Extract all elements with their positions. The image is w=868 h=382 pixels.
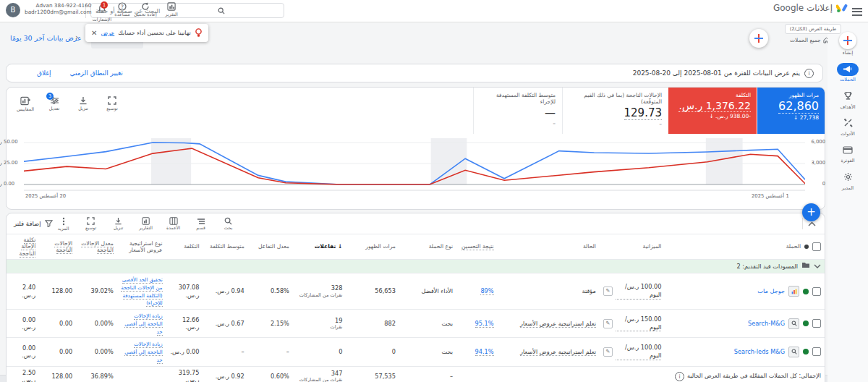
table-search-button[interactable]: بحث — [218, 217, 239, 230]
bid-strategy-cell — [117, 366, 166, 382]
conv-rate-cell: 0.00% — [76, 310, 117, 338]
edit-budget-icon[interactable]: ✎ — [603, 319, 613, 328]
nav-create-button[interactable]: إنشاء — [827, 32, 868, 56]
add-fab[interactable]: + — [802, 203, 820, 221]
opt-score-cell: 89% — [456, 273, 498, 310]
campaign-link[interactable]: Search-leds M&G — [734, 348, 785, 356]
table-download-button[interactable]: تنزيل — [108, 217, 129, 230]
row-checkbox[interactable] — [812, 319, 821, 328]
create-campaign-fab[interactable] — [749, 29, 768, 48]
header-checkbox[interactable] — [812, 242, 821, 251]
change-date-range-link[interactable]: تغيير النطاق الزمني — [70, 69, 123, 77]
metric-card-impressions[interactable]: مرات الظهور 62,860 27,738 ↓ — [757, 88, 825, 134]
y-axis-tick: 25.00 ر.س. — [0, 160, 22, 166]
conv-rate-cell: 39.02% — [76, 273, 117, 310]
table-expand-button[interactable]: توسيع — [80, 217, 102, 230]
adjust-button[interactable]: 3 تعديل — [43, 96, 66, 111]
metric-card-conversions[interactable]: الإحالات الناجحة (بما في ذلك القيم المتو… — [562, 88, 668, 134]
promo-view-link[interactable]: عرض — [101, 30, 114, 36]
row-checkbox[interactable] — [812, 287, 821, 296]
enabled-status-icon — [803, 321, 809, 326]
nav-item-tools[interactable]: الأدوات — [827, 116, 868, 137]
adjust-label: تعديل — [43, 106, 66, 111]
chevron-left-icon[interactable]: ‹ — [75, 33, 78, 42]
column-header[interactable]: نوع استراتيجية عروض الأسعار — [117, 234, 166, 260]
nav-item-goals[interactable]: الأهداف — [827, 89, 868, 110]
notice-close-link[interactable]: إغلاق — [37, 69, 51, 77]
nav-item-billing[interactable]: الفوترة — [827, 143, 868, 164]
notifications-button[interactable]: 1 الإشعارات — [88, 2, 116, 22]
column-header[interactable]: مرات الظهور — [346, 234, 399, 260]
campaign-link[interactable]: Search-M&G — [748, 320, 785, 328]
column-header[interactable]: الإحالات الناجحة — [39, 234, 76, 260]
columns-icon — [169, 217, 178, 225]
metric-value: 62,860 — [778, 99, 819, 114]
x-axis-label-right: 1 أغسطس 2025 — [752, 193, 789, 199]
column-header[interactable]: الحملة — [665, 234, 825, 260]
bid-strategy-cell: تحقيق الحد الأقصى من الإحالات الناجحة (ا… — [117, 273, 166, 310]
metric-card-cost[interactable]: التكلفة 1,376.22 ر.س. -938.00 ر.س. ↓ — [668, 88, 757, 134]
view-selector[interactable]: جميع الحملات — [790, 37, 830, 43]
more-button[interactable]: المزيد — [53, 217, 75, 231]
add-filter-label: إضافة فلتر — [14, 220, 41, 227]
edit-budget-icon[interactable]: ✎ — [603, 286, 613, 296]
menu-icon[interactable] — [852, 6, 862, 17]
campaign-cell: Search-M&G — [665, 310, 825, 338]
column-header[interactable]: ↓ تفاعلات — [293, 234, 346, 260]
google-ads-logo[interactable]: إعلانات Google — [773, 3, 848, 13]
status-cell — [498, 366, 600, 382]
metric-delta: -938.00 ر.س. — [715, 113, 751, 119]
column-header[interactable]: معدل التفاعل — [248, 234, 293, 260]
tools-icon — [843, 118, 853, 127]
nav-billing-label: الفوترة — [827, 158, 868, 164]
download-button[interactable]: تنزيل — [72, 96, 95, 111]
row-checkbox[interactable] — [812, 347, 821, 356]
collapse-chevron-icon[interactable] — [808, 221, 816, 226]
account-info[interactable]: Advan 384-922-4160 badr1200dm@gmail.com — [25, 2, 92, 16]
arrow-down-icon: ↓ — [709, 113, 713, 119]
table-row[interactable]: Search-M&G150.00 ر.س/اليوم✎تعلم استراتيج… — [7, 310, 825, 338]
more-icon — [62, 217, 65, 226]
last-30-days-link[interactable]: عرض بيانات آخر 30 يومًا — [10, 34, 82, 42]
nav-item-admin[interactable]: المدير — [827, 170, 868, 191]
adjust-badge: 3 — [46, 93, 54, 100]
promo-close-icon[interactable]: ✕ — [91, 29, 97, 37]
column-header[interactable]: التكلفة — [166, 234, 203, 260]
expand-button[interactable]: توسيع — [101, 96, 124, 111]
table-row[interactable]: Search-leds M&G100.00 ر.س/اليوم✎تعلم است… — [7, 338, 825, 366]
svg-text:?: ? — [121, 4, 124, 10]
chevron-down-icon[interactable] — [814, 263, 821, 271]
avg-cost-cell: 0.67 ر.س. — [203, 310, 248, 338]
interactions-cell: 0 — [293, 338, 346, 366]
column-header[interactable]: الميزانية — [600, 234, 665, 260]
trophy-icon — [843, 91, 853, 101]
add-filter-button[interactable]: إضافة فلتر — [14, 220, 53, 227]
metrics-button[interactable]: المقاييس — [14, 96, 37, 111]
column-header[interactable]: نتيجة التحسين — [456, 234, 498, 260]
performance-chart[interactable] — [24, 138, 805, 196]
download-label: تنزيل — [108, 225, 129, 230]
column-header[interactable]: الحالة — [498, 234, 600, 260]
column-header[interactable]: معدل الإحالات الناجحة — [76, 234, 117, 260]
drafts-group-row[interactable]: المسودات قيد التقديم: 2 — [7, 260, 825, 273]
table-reports-button[interactable]: التقارير — [135, 217, 157, 230]
table-row[interactable]: جوجل ماب100.00 ر.س/اليوم✎مؤقتة89%الأداء … — [7, 273, 825, 310]
campaign-link[interactable]: جوجل ماب — [757, 287, 785, 295]
column-header[interactable]: متوسط التكلفة — [203, 234, 248, 260]
edit-budget-icon[interactable]: ✎ — [603, 347, 613, 357]
x-axis-label-left: 20 أغسطس 2025 — [25, 193, 66, 199]
metric-card-target-cpa[interactable]: متوسط التكلفة المستهدفة للإجراء — – — [473, 88, 561, 134]
column-header[interactable]: تكلفة الإحالة الناجحة — [7, 234, 39, 260]
nav-item-campaigns[interactable]: الحملات — [827, 62, 868, 82]
promo-text: تهانينا على تحسين أداء حسابك — [118, 30, 190, 36]
segment-button[interactable]: قسم — [190, 218, 212, 230]
avatar[interactable]: B — [6, 3, 20, 17]
reports-button[interactable]: التقرير — [158, 2, 185, 17]
columns-button[interactable]: الأعمدة — [163, 217, 184, 230]
enabled-status-icon — [803, 289, 809, 294]
filter-icon — [45, 220, 53, 227]
divider — [802, 218, 803, 229]
sort-arrow-icon: ↓ — [336, 243, 342, 250]
interaction-rate-cell: 2.15% — [248, 310, 293, 338]
column-header[interactable]: نوع الحملة — [399, 234, 456, 260]
